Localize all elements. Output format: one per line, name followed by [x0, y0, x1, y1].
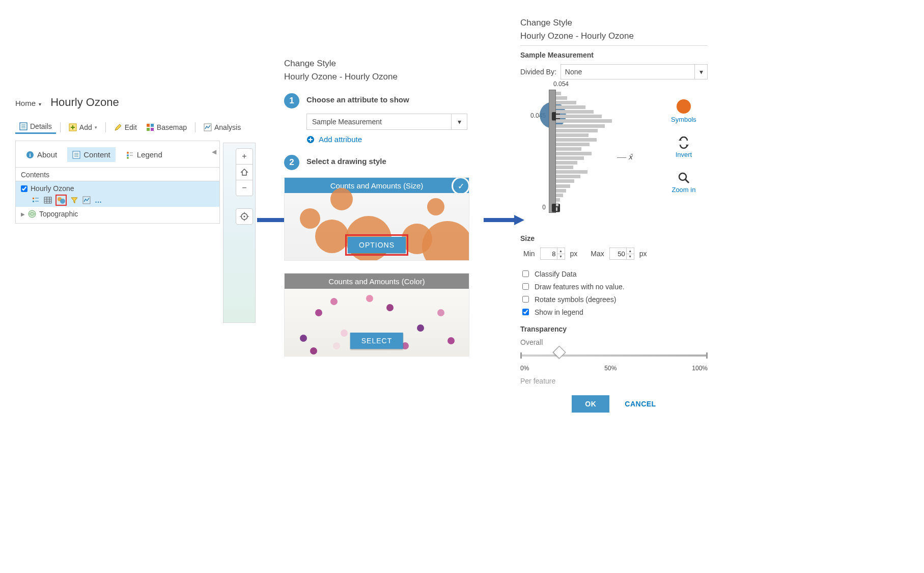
details-icon: [19, 122, 27, 130]
draw-no-value-checkbox[interactable]: Draw features with no value.: [520, 282, 708, 291]
zoom-in-button[interactable]: Zoom in: [671, 172, 695, 194]
histogram-bar: [556, 156, 584, 160]
perform-analysis-icon[interactable]: [82, 196, 91, 205]
options-button[interactable]: OPTIONS: [348, 237, 406, 253]
style-card-counts-color[interactable]: Counts and Amounts (Color) SELECT: [284, 273, 469, 357]
size-ramp-histogram[interactable]: 0.054 0.045 0 x̄: [520, 87, 632, 219]
symbol-tools: Symbols Invert Zoom in: [671, 99, 696, 194]
histogram-bar: [556, 189, 566, 193]
spinner[interactable]: ▲▼: [557, 248, 565, 259]
chevron-down-icon: ▾: [694, 65, 707, 79]
basemap-layer-name: Topographic: [39, 210, 78, 218]
svg-rect-27: [44, 197, 51, 203]
symbols-button[interactable]: Symbols: [671, 99, 696, 123]
tab-legend[interactable]: Legend: [121, 147, 167, 162]
check-circle-icon: ✓: [452, 177, 469, 195]
options-checklist: Classify Data Draw features with no valu…: [520, 269, 708, 317]
size-max-field[interactable]: [610, 250, 626, 258]
panel-subtitle: Hourly Ozone - Hourly Ozone: [520, 31, 708, 41]
slider-thumb[interactable]: [553, 346, 566, 359]
invert-button[interactable]: Invert: [676, 137, 692, 158]
edit-button[interactable]: Edit: [110, 121, 141, 133]
svg-point-51: [679, 173, 686, 180]
details-button[interactable]: Details: [15, 120, 56, 134]
size-max-input[interactable]: ▲▼: [609, 248, 634, 260]
size-min-field[interactable]: [541, 250, 557, 258]
tab-content[interactable]: Content: [67, 147, 116, 162]
svg-rect-7: [147, 124, 150, 127]
overall-label: Overall: [520, 338, 708, 346]
slider-tick-labels: 0% 50% 100%: [520, 365, 708, 372]
chevron-down-icon: ▾: [39, 101, 41, 107]
histogram-bar: [556, 110, 594, 114]
map-preview[interactable]: + −: [223, 143, 256, 323]
svg-rect-10: [151, 128, 154, 131]
add-attribute-link[interactable]: Add attribute: [306, 135, 478, 144]
zoom-out-button[interactable]: −: [236, 180, 253, 196]
separator: [60, 122, 61, 132]
step-1: 1 Choose an attribute to show: [284, 93, 478, 108]
show-legend-icon[interactable]: [31, 196, 40, 205]
px-label: px: [570, 250, 578, 258]
show-table-icon[interactable]: [43, 196, 52, 205]
attribute-select[interactable]: Sample Measurement ▾: [306, 114, 467, 130]
tab-about[interactable]: i About: [21, 147, 62, 162]
rotate-symbols-checkbox[interactable]: Rotate symbols (degrees): [520, 294, 708, 304]
step-1-label: Choose an attribute to show: [306, 95, 409, 104]
contents-heading: Contents: [16, 167, 219, 181]
collapse-panel-icon[interactable]: ◀: [212, 148, 216, 155]
panel-title: Change Style: [520, 18, 708, 28]
globe-icon: [28, 210, 36, 218]
histogram-bar: [556, 179, 574, 183]
transparency-slider[interactable]: [520, 349, 708, 365]
px-label: px: [639, 250, 647, 258]
filter-icon[interactable]: [70, 196, 79, 205]
style-preview: OPTIONS: [285, 193, 469, 260]
zoom-in-button[interactable]: +: [236, 149, 253, 164]
more-options-icon[interactable]: …: [94, 196, 103, 205]
flow-arrow-icon: [484, 214, 524, 226]
cancel-button[interactable]: CANCEL: [625, 400, 656, 408]
svg-rect-8: [151, 124, 154, 127]
transparency-heading: Transparency: [520, 325, 708, 333]
transparency-section: Transparency Overall 0% 50% 100% Per fea…: [520, 325, 708, 385]
basemap-icon: [146, 123, 154, 131]
show-in-legend-checkbox[interactable]: Show in legend: [520, 307, 708, 317]
home-extent-button[interactable]: [236, 164, 253, 180]
per-feature-label: Per feature: [520, 377, 708, 385]
style-card-header: Counts and Amounts (Size): [285, 178, 469, 193]
change-style-icon[interactable]: [55, 195, 67, 206]
spinner[interactable]: ▲▼: [626, 248, 634, 259]
ok-button[interactable]: OK: [572, 395, 609, 413]
content-icon: [72, 151, 80, 159]
style-preview: SELECT: [285, 289, 469, 356]
home-link[interactable]: Home ▾: [15, 99, 41, 107]
histogram-bar: [556, 152, 592, 155]
histogram-bar: [556, 194, 563, 197]
classify-data-checkbox[interactable]: Classify Data: [520, 269, 708, 279]
divided-by-select[interactable]: None ▾: [561, 64, 708, 79]
histogram-bar: [556, 166, 573, 169]
histogram-bar: [556, 92, 561, 95]
locate-button[interactable]: [236, 209, 253, 224]
svg-point-22: [127, 157, 129, 159]
axis-max-label: 0.054: [551, 80, 571, 88]
svg-point-33: [60, 199, 65, 204]
map-viewer-panel: Home ▾ Hourly Ozone Details Add ▾ Edit: [15, 96, 252, 224]
analysis-button[interactable]: Analysis: [200, 121, 245, 133]
expand-icon[interactable]: ▶: [21, 211, 25, 217]
layer-row-hourly-ozone[interactable]: Hourly Ozone …: [16, 181, 219, 207]
legend-icon: [126, 151, 134, 159]
mean-indicator: x̄: [617, 153, 632, 161]
size-min-input[interactable]: ▲▼: [540, 248, 565, 260]
style-card-counts-size[interactable]: Counts and Amounts (Size) ✓ OPTIONS: [284, 177, 469, 261]
panel-title: Change Style: [284, 59, 478, 69]
layer-visibility-checkbox[interactable]: [21, 185, 27, 192]
add-button[interactable]: Add ▾: [65, 121, 101, 133]
svg-point-18: [127, 152, 129, 154]
separator: [105, 122, 106, 132]
select-button[interactable]: SELECT: [350, 333, 403, 349]
basemap-button[interactable]: Basemap: [142, 121, 191, 133]
layer-action-bar: …: [21, 195, 214, 206]
basemap-layer-row[interactable]: ▶ Topographic: [16, 207, 219, 223]
